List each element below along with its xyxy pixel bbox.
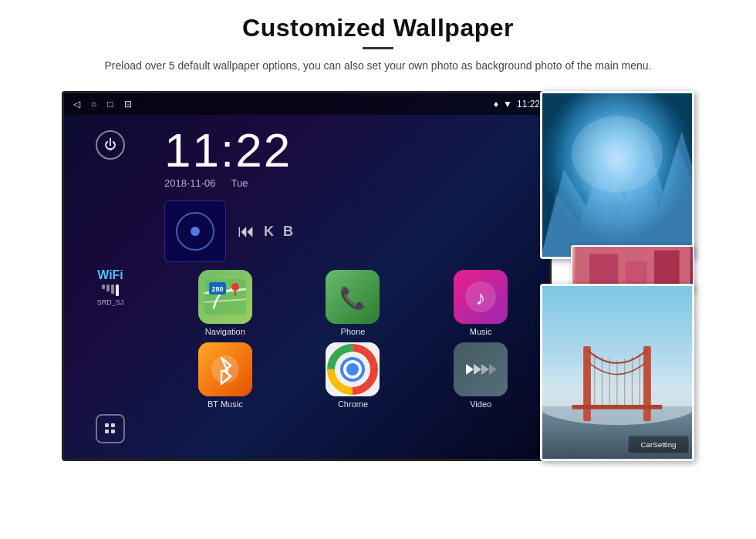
- page-description: Preload over 5 default wallpaper options…: [77, 57, 679, 74]
- app-item-music[interactable]: ♪ Music: [420, 270, 542, 336]
- date-display: 2018-11-06 Tue: [164, 177, 248, 189]
- wallpaper-stack: CarSetting: [532, 91, 694, 461]
- clock-display: 11:22: [164, 126, 292, 174]
- video-label: Video: [470, 399, 491, 409]
- svg-rect-38: [643, 346, 651, 421]
- wifi-bars: [97, 285, 124, 296]
- music-icon: ♪: [454, 270, 508, 324]
- wifi-bar-3: [111, 285, 114, 294]
- app-item-video[interactable]: Video: [420, 342, 542, 409]
- home-icon[interactable]: ○: [91, 99, 96, 109]
- svg-point-6: [231, 283, 239, 291]
- wallpaper-golden-gate[interactable]: CarSetting: [540, 284, 694, 461]
- svg-rect-46: [572, 405, 663, 409]
- apps-grid-icon: [105, 423, 116, 434]
- wifi-bar-4: [116, 285, 119, 296]
- media-icons: ⏮ K B: [238, 221, 293, 241]
- bt-music-icon: [198, 342, 252, 396]
- android-screen: ◁ ○ □ ⊡ ♦ ▼ 11:22 ⏻: [62, 91, 552, 461]
- wallpaper-ice-cave[interactable]: [540, 91, 694, 259]
- clock-date-area: 11:22 2018-11-06 Tue: [157, 126, 549, 189]
- signal-inner-circle: [176, 212, 214, 251]
- screen-area: ◁ ○ □ ⊡ ♦ ▼ 11:22 ⏻: [62, 91, 694, 461]
- sidebar: ⏻ WiFi SRD_SJ: [64, 115, 157, 459]
- android-main: ⏻ WiFi SRD_SJ: [64, 115, 549, 459]
- app-item-navigation[interactable]: 280 Navigation: [164, 270, 286, 336]
- navigation-label: Navigation: [205, 327, 245, 336]
- date-text: 2018-11-06: [164, 177, 216, 189]
- navigation-icon: 280: [198, 270, 252, 324]
- svg-marker-27: [542, 132, 692, 258]
- letter-b-icon: B: [283, 224, 293, 240]
- app-item-chrome[interactable]: Chrome: [292, 342, 414, 409]
- svg-rect-37: [583, 346, 591, 421]
- power-icon: ⏻: [104, 138, 116, 152]
- app-item-bt-music[interactable]: BT Music: [164, 342, 286, 409]
- title-underline: [363, 47, 393, 49]
- day-text: Tue: [231, 177, 248, 189]
- phone-label: Phone: [341, 327, 366, 336]
- page-title: Customized Wallpaper: [46, 14, 710, 42]
- signal-dot: [191, 227, 200, 236]
- power-button[interactable]: ⏻: [96, 130, 125, 160]
- widget-row: ⏮ K B: [157, 200, 549, 262]
- status-bar: ◁ ○ □ ⊡ ♦ ▼ 11:22: [64, 93, 549, 115]
- app-grid: 280 Navigation: [157, 270, 549, 409]
- wifi-bar-2: [106, 285, 110, 291]
- video-icon: [454, 342, 508, 396]
- back-icon[interactable]: ◁: [73, 99, 80, 109]
- golden-gate-bg: CarSetting: [542, 286, 692, 459]
- chrome-label: Chrome: [338, 399, 368, 409]
- svg-text:280: 280: [211, 285, 223, 293]
- apps-button[interactable]: [96, 414, 125, 443]
- svg-marker-28: [542, 147, 692, 257]
- wifi-widget: WiFi SRD_SJ: [97, 268, 124, 306]
- svg-point-29: [572, 116, 663, 193]
- phone-icon: 📞: [326, 270, 380, 324]
- signal-widget: [164, 200, 226, 262]
- music-label: Music: [470, 327, 492, 336]
- page-wrapper: Customized Wallpaper Preload over 5 defa…: [0, 0, 756, 539]
- wifi-bar-1: [102, 285, 105, 289]
- wifi-status-icon: ▼: [503, 99, 512, 109]
- svg-rect-26: [542, 93, 692, 257]
- ice-cave-bg: [542, 93, 692, 257]
- svg-point-20: [346, 363, 359, 376]
- app-item-phone[interactable]: 📞 Phone: [292, 270, 414, 336]
- notification-icon: ⊡: [124, 99, 132, 109]
- header-section: Customized Wallpaper Preload over 5 defa…: [0, 0, 756, 82]
- chrome-icon: [326, 342, 380, 396]
- recents-icon[interactable]: □: [107, 99, 113, 109]
- svg-text:CarSetting: CarSetting: [641, 441, 677, 450]
- prev-track-icon[interactable]: ⏮: [238, 221, 255, 241]
- svg-text:♪: ♪: [476, 286, 486, 309]
- status-left: ◁ ○ □ ⊡: [73, 99, 132, 109]
- location-icon: ♦: [494, 99, 498, 109]
- svg-text:📞: 📞: [339, 285, 366, 311]
- wifi-ssid: SRD_SJ: [97, 298, 124, 306]
- center-area: 11:22 2018-11-06 Tue: [157, 115, 549, 459]
- letter-k-icon: K: [264, 224, 274, 240]
- wifi-label: WiFi: [97, 268, 124, 282]
- bt-music-label: BT Music: [208, 399, 243, 409]
